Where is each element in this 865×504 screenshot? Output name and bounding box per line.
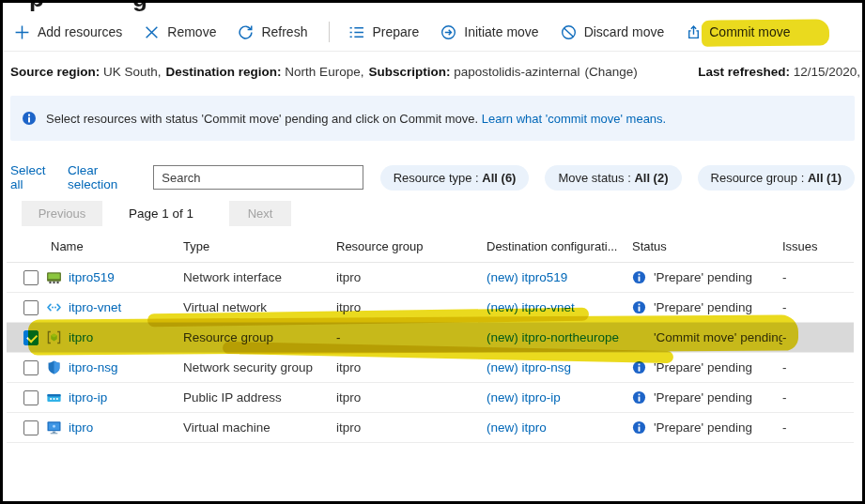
- last-refreshed-label: Last refreshed:: [698, 65, 790, 79]
- commit-move-highlight: Commit move: [709, 24, 790, 39]
- column-destination[interactable]: Destination configurati...: [487, 239, 632, 253]
- resource-name-link[interactable]: itpro-ip: [69, 390, 107, 405]
- blocked-icon: [561, 24, 577, 40]
- info-icon[interactable]: [632, 360, 646, 374]
- destination-config-link[interactable]: (new) itpro-vnet: [487, 300, 575, 314]
- column-resource-group[interactable]: Resource group: [336, 239, 487, 253]
- add-resources-label: Add resources: [38, 24, 122, 39]
- plus-icon: [14, 24, 30, 40]
- move-context-bar: Source region: UK South, Destination reg…: [3, 52, 862, 79]
- commit-move-button[interactable]: Commit move: [686, 24, 790, 40]
- discard-move-button[interactable]: Discard move: [561, 24, 665, 40]
- discard-move-label: Discard move: [584, 24, 665, 39]
- public-ip-icon: [46, 389, 69, 405]
- destination-config-link[interactable]: (new) itpro-northeurope: [487, 330, 619, 344]
- column-issues[interactable]: Issues: [782, 239, 854, 253]
- x-icon: [144, 24, 160, 40]
- row-checkbox[interactable]: [23, 300, 39, 315]
- resource-type: Virtual network: [183, 300, 336, 314]
- status-text: 'Prepare' pending: [654, 420, 752, 435]
- page-status: Page 1 of 1: [129, 206, 193, 221]
- resource-group-icon: [46, 329, 69, 345]
- filter-label: Resource type :: [394, 171, 479, 185]
- issues-cell: -: [782, 300, 854, 314]
- resource-name-link[interactable]: itpro: [69, 420, 93, 435]
- resource-group-cell: itpro: [336, 390, 487, 405]
- info-icon: [22, 111, 37, 126]
- resource-group-cell: itpro: [336, 420, 487, 435]
- source-region-label: Source region:: [10, 65, 100, 79]
- issues-cell: -: [782, 330, 854, 344]
- table-row: itpro-nsgNetwork security groupitpro(new…: [7, 353, 854, 383]
- destination-config-link[interactable]: (new) itpro-ip: [487, 390, 561, 405]
- status-text: 'Prepare' pending: [654, 300, 752, 314]
- refresh-icon: [238, 24, 254, 40]
- issues-cell: -: [782, 270, 854, 284]
- page-title-fragment: g: [132, 3, 147, 13]
- resource-name-link[interactable]: itpro519: [69, 270, 115, 284]
- info-icon[interactable]: [632, 300, 646, 314]
- row-checkbox[interactable]: [23, 420, 39, 435]
- resource-group-cell: -: [336, 330, 487, 344]
- toolbar-divider: [329, 22, 330, 42]
- selection-bar: Select all Clear selection Resource type…: [10, 163, 855, 191]
- column-type[interactable]: Type: [183, 239, 336, 253]
- column-status[interactable]: Status: [632, 239, 782, 253]
- resource-name-link[interactable]: itpro-nsg: [69, 360, 118, 374]
- info-icon[interactable]: [632, 270, 646, 284]
- network-interface-icon: [46, 269, 69, 285]
- destination-config-link[interactable]: (new) itpro-nsg: [487, 360, 571, 374]
- resource-type: Virtual machine: [183, 420, 336, 435]
- refresh-button[interactable]: Refresh: [238, 24, 307, 40]
- initiate-move-button[interactable]: Initiate move: [440, 24, 538, 40]
- commit-move-label: Commit move: [709, 24, 790, 39]
- row-checkbox[interactable]: [23, 390, 39, 405]
- resource-name-link[interactable]: itpro-vnet: [69, 300, 121, 314]
- issues-cell: -: [782, 360, 854, 374]
- search-input[interactable]: [153, 165, 363, 190]
- next-page-button[interactable]: Next: [229, 201, 291, 226]
- table-row: itproResource group-(new) itpro-northeur…: [7, 323, 854, 353]
- remove-button[interactable]: Remove: [144, 24, 216, 40]
- status-text: 'Prepare' pending: [654, 270, 752, 284]
- issues-cell: -: [782, 420, 854, 435]
- banner-learn-link[interactable]: Learn what 'commit move' means.: [482, 112, 666, 126]
- prepare-button[interactable]: Prepare: [348, 24, 419, 40]
- destination-config-link[interactable]: (new) itpro: [487, 420, 547, 435]
- resource-table-body: itpro519Network interfaceitpro(new) itpr…: [7, 263, 854, 443]
- column-name[interactable]: Name: [23, 239, 183, 253]
- filter-value: All (6): [482, 171, 516, 185]
- add-resources-button[interactable]: Add resources: [14, 24, 122, 40]
- destination-config-link[interactable]: (new) itpro519: [487, 270, 567, 284]
- select-all-link[interactable]: Select all: [10, 163, 53, 191]
- remove-label: Remove: [167, 24, 216, 39]
- row-checkbox[interactable]: [23, 330, 39, 345]
- resource-group-cell: itpro: [336, 300, 487, 314]
- source-region-value: UK South,: [103, 65, 162, 79]
- filter-value: All (2): [634, 171, 668, 185]
- row-checkbox[interactable]: [23, 270, 39, 285]
- subscription-label: Subscription:: [368, 65, 450, 79]
- info-banner: Select resources with status 'Commit mov…: [10, 96, 855, 141]
- row-checkbox[interactable]: [23, 360, 39, 375]
- info-icon[interactable]: [632, 390, 646, 405]
- change-link[interactable]: (Change): [585, 65, 638, 79]
- last-refreshed-value: 12/15/2020,: [794, 65, 860, 79]
- clear-selection-link[interactable]: Clear selection: [68, 163, 136, 191]
- resource-table: Name Type Resource group Destination con…: [7, 234, 854, 443]
- upload-icon: [686, 24, 702, 40]
- table-row: itpro-ipPublic IP addressitpro(new) itpr…: [7, 383, 854, 413]
- arrow-right-circle-icon: [440, 24, 456, 40]
- resource-group-filter[interactable]: Resource group : All (1): [698, 165, 855, 191]
- previous-page-button[interactable]: Previous: [22, 201, 102, 226]
- network-security-group-icon: [46, 359, 69, 375]
- resource-type: Network interface: [183, 270, 336, 284]
- info-icon[interactable]: [632, 420, 646, 435]
- move-status-filter[interactable]: Move status : All (2): [545, 165, 681, 191]
- resource-group-cell: itpro: [336, 270, 487, 284]
- status-text: 'Commit move' pending: [654, 330, 782, 344]
- resource-name-link[interactable]: itpro: [69, 330, 93, 344]
- table-row: itpro519Network interfaceitpro(new) itpr…: [7, 263, 854, 293]
- resource-type-filter[interactable]: Resource type : All (6): [380, 165, 530, 191]
- resource-group-cell: itpro: [336, 360, 487, 374]
